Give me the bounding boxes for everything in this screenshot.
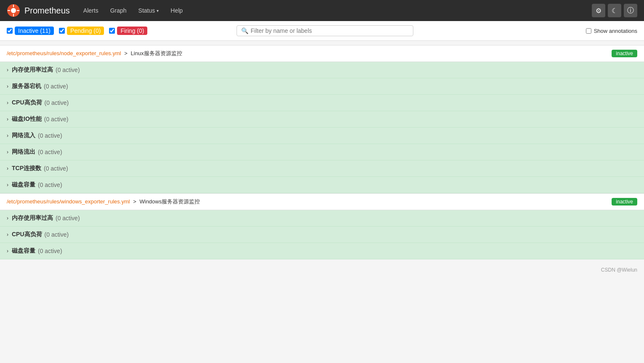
search-icon: 🔍 [241,27,248,34]
pending-checkbox[interactable] [59,28,65,34]
brand: Prometheus [7,4,70,17]
nav-help[interactable]: Help [165,5,188,16]
alert-name: 网络流入 [12,132,35,139]
main-content: /etc/prometheus/rules/node_exporter_rule… [0,41,644,264]
prometheus-logo [7,4,20,17]
chevron-right-icon: › [7,67,8,73]
inactive-filter[interactable]: Inactive (11) [7,27,54,35]
svg-rect-3 [13,14,14,16]
rule-group-path: /etc/prometheus/rules/windows_exporter_r… [7,198,130,205]
nav-alerts[interactable]: Alerts [78,5,104,16]
theme-button[interactable]: ☾ [608,4,621,17]
info-button[interactable]: ⓘ [624,4,637,17]
chevron-right-icon: › [7,248,8,254]
alert-name: CPU高负荷 [12,99,42,107]
app-title: Prometheus [24,6,70,16]
alert-active-count: (0 active) [45,231,69,238]
alert-name: 磁盘容量 [12,181,35,189]
pending-badge: Pending (0) [67,27,104,35]
list-item[interactable]: › 磁盘容量 (0 active) [0,177,644,193]
chevron-right-icon: › [7,165,8,171]
firing-filter[interactable]: Firing (0) [109,27,147,35]
list-item[interactable]: › 磁盘容量 (0 active) [0,243,644,259]
rule-group-header[interactable]: /etc/prometheus/rules/windows_exporter_r… [0,193,644,210]
chevron-right-icon: › [7,116,8,122]
alert-active-count: (0 active) [45,99,69,106]
rule-group-name: Windows服务器资源监控 [139,198,200,205]
alert-name: 网络流出 [12,148,35,156]
alert-active-count: (0 active) [38,182,62,188]
alert-name: 内存使用率过高 [12,66,53,74]
svg-rect-4 [8,10,10,11]
show-annotations-checkbox[interactable] [586,28,591,34]
chevron-right-icon: › [7,83,8,89]
chevron-right-icon: › [7,100,8,106]
list-item[interactable]: › 内存使用率过高 (0 active) [0,62,644,78]
chevron-right-icon: › [7,149,8,155]
alert-active-count: (0 active) [38,132,62,139]
alert-name: 磁盘容量 [12,247,35,255]
svg-rect-5 [17,10,19,11]
search-container: 🔍 [237,25,413,36]
status-badge: inactive [612,198,637,206]
alert-name: 内存使用率过高 [12,214,53,222]
search-input[interactable] [251,27,409,34]
list-item[interactable]: › 内存使用率过高 (0 active) [0,210,644,227]
alert-active-count: (0 active) [56,215,80,222]
main-nav: Alerts Graph Status ▾ Help [78,5,188,16]
list-item[interactable]: › CPU高负荷 (0 active) [0,227,644,243]
chevron-right-icon: › [7,182,8,188]
gear-button[interactable]: ⚙ [592,4,605,17]
alert-active-count: (0 active) [44,116,69,123]
list-item[interactable]: › 网络流入 (0 active) [0,128,644,144]
alert-active-count: (0 active) [56,67,80,73]
alert-name: 磁盘IO性能 [12,115,42,123]
firing-checkbox[interactable] [109,28,115,34]
list-item[interactable]: › 磁盘IO性能 (0 active) [0,111,644,128]
list-item[interactable]: › 网络流出 (0 active) [0,144,644,160]
list-item[interactable]: › CPU高负荷 (0 active) [0,95,644,111]
nav-graph[interactable]: Graph [105,5,132,16]
list-item[interactable]: › 服务器宕机 (0 active) [0,78,644,95]
svg-rect-2 [13,5,14,7]
navbar: Prometheus Alerts Graph Status ▾ Help ⚙ … [0,0,644,21]
pending-filter[interactable]: Pending (0) [59,27,104,35]
watermark: CSDN @Wielun [0,264,644,276]
alert-name: TCP连接数 [12,165,41,172]
chevron-right-icon: › [7,232,8,238]
status-badge: inactive [612,50,637,57]
alert-active-count: (0 active) [44,165,68,172]
alert-name: CPU高负荷 [12,231,42,238]
firing-badge: Firing (0) [117,27,147,35]
rule-group-header[interactable]: /etc/prometheus/rules/node_exporter_rule… [0,45,644,62]
nav-status[interactable]: Status ▾ [133,5,164,16]
rule-group-path: /etc/prometheus/rules/node_exporter_rule… [7,50,121,56]
navbar-right: ⚙ ☾ ⓘ [592,4,637,17]
list-item[interactable]: › TCP连接数 (0 active) [0,160,644,177]
filter-bar: Inactive (11) Pending (0) Firing (0) 🔍 S… [0,21,644,41]
chevron-down-icon: ▾ [157,8,159,13]
alert-active-count: (0 active) [44,83,68,90]
alert-active-count: (0 active) [38,149,62,155]
alert-active-count: (0 active) [38,248,62,254]
inactive-checkbox[interactable] [7,28,13,34]
chevron-right-icon: › [7,133,8,139]
svg-point-1 [11,8,16,13]
chevron-right-icon: › [7,215,8,221]
alert-name: 服务器宕机 [12,83,41,90]
inactive-badge: Inactive (11) [15,27,54,35]
show-annotations-label[interactable]: Show annotations [586,28,637,34]
rule-group-name: Linux服务器资源监控 [131,50,182,56]
